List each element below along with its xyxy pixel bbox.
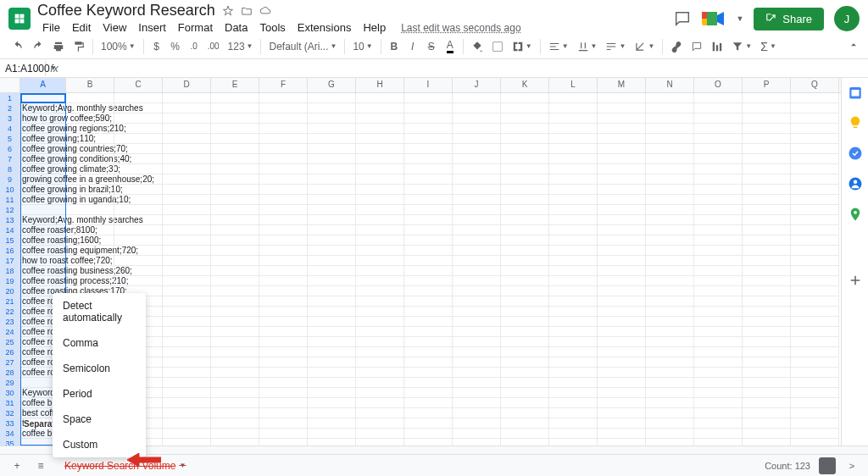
row-header[interactable]: 33	[0, 418, 20, 429]
cell[interactable]	[66, 164, 114, 174]
keep-addon-icon[interactable]	[848, 115, 863, 130]
cell[interactable]	[356, 418, 404, 429]
cell[interactable]	[743, 296, 791, 307]
cell[interactable]	[453, 317, 501, 327]
cell[interactable]	[791, 398, 839, 408]
cell[interactable]	[694, 93, 743, 103]
cell[interactable]	[501, 357, 549, 368]
row-header[interactable]: 16	[0, 246, 20, 256]
horizontal-align-button[interactable]: ▼	[545, 38, 572, 55]
cell[interactable]: coffee roasting process;210;	[20, 276, 66, 286]
cell[interactable]: coffee growing conditions;40;	[20, 154, 66, 164]
cell[interactable]	[259, 185, 308, 195]
tasks-addon-icon[interactable]	[848, 146, 863, 161]
cell[interactable]	[259, 246, 308, 256]
cell[interactable]	[114, 124, 163, 134]
cell[interactable]	[501, 429, 549, 439]
cell[interactable]	[694, 246, 743, 256]
vertical-align-button[interactable]: ▼	[574, 38, 601, 55]
cell[interactable]	[308, 368, 356, 378]
cell[interactable]	[163, 347, 211, 357]
cell[interactable]	[646, 418, 694, 429]
cell[interactable]	[694, 337, 743, 347]
row-header[interactable]: 23	[0, 317, 20, 327]
cell[interactable]	[694, 439, 743, 446]
cell[interactable]	[308, 174, 356, 185]
cell[interactable]	[501, 286, 549, 296]
cell[interactable]	[743, 368, 791, 378]
cell[interactable]	[646, 276, 694, 286]
cell[interactable]	[453, 195, 501, 205]
cell[interactable]	[308, 256, 356, 266]
functions-button[interactable]: Σ▼	[757, 37, 780, 56]
separator-option[interactable]: Comma	[53, 330, 146, 356]
cell[interactable]	[694, 408, 743, 418]
cell[interactable]	[356, 164, 404, 174]
cell[interactable]	[743, 357, 791, 368]
cell[interactable]	[501, 266, 549, 276]
row-header[interactable]: 35	[0, 439, 20, 446]
cell[interactable]	[646, 439, 694, 446]
cell[interactable]	[404, 429, 453, 439]
cell[interactable]	[501, 113, 549, 124]
cell[interactable]	[453, 215, 501, 225]
cell[interactable]	[501, 256, 549, 266]
cell[interactable]	[404, 337, 453, 347]
cell[interactable]	[598, 408, 646, 418]
row-header[interactable]: 22	[0, 307, 20, 317]
font-dropdown[interactable]: Default (Ari...▼	[265, 38, 340, 55]
cell[interactable]	[743, 144, 791, 154]
cell[interactable]	[308, 266, 356, 276]
cell[interactable]	[694, 357, 743, 368]
cell[interactable]	[646, 378, 694, 388]
cell[interactable]	[404, 266, 453, 276]
cell[interactable]	[404, 113, 453, 124]
cell[interactable]	[356, 215, 404, 225]
sheets-logo[interactable]	[8, 8, 31, 30]
contacts-addon-icon[interactable]	[848, 176, 863, 191]
merge-cells-button[interactable]: ▼	[509, 38, 536, 55]
separator-option[interactable]: Semicolon	[53, 356, 146, 381]
cell[interactable]	[404, 418, 453, 429]
cell[interactable]	[743, 398, 791, 408]
cell[interactable]	[694, 205, 743, 215]
cell[interactable]	[308, 307, 356, 317]
cell[interactable]	[791, 235, 839, 246]
cell[interactable]	[308, 439, 356, 446]
cell[interactable]	[694, 429, 743, 439]
cell[interactable]	[743, 185, 791, 195]
cell[interactable]	[694, 368, 743, 378]
cell[interactable]	[549, 93, 598, 103]
cell[interactable]	[259, 296, 308, 307]
cell[interactable]	[163, 144, 211, 154]
cell[interactable]	[646, 164, 694, 174]
cell[interactable]	[501, 378, 549, 388]
cell[interactable]	[163, 266, 211, 276]
cell[interactable]	[694, 398, 743, 408]
cell[interactable]	[114, 134, 163, 144]
cell[interactable]	[163, 164, 211, 174]
cell[interactable]	[163, 195, 211, 205]
cell[interactable]	[743, 124, 791, 134]
row-header[interactable]: 12	[0, 205, 20, 215]
cell[interactable]	[404, 103, 453, 113]
row-header[interactable]: 24	[0, 327, 20, 337]
cell[interactable]	[66, 103, 114, 113]
cell[interactable]	[66, 185, 114, 195]
cell[interactable]	[501, 235, 549, 246]
cell[interactable]	[211, 225, 259, 235]
cell[interactable]	[501, 185, 549, 195]
cell[interactable]	[163, 174, 211, 185]
cell[interactable]: coffee growing;110;	[20, 134, 66, 144]
cell[interactable]	[211, 347, 259, 357]
cell[interactable]	[356, 378, 404, 388]
cell[interactable]	[259, 286, 308, 296]
cell[interactable]	[211, 337, 259, 347]
cell[interactable]: coffee roasting business;260;	[20, 266, 66, 276]
cell[interactable]	[356, 103, 404, 113]
cell[interactable]	[501, 307, 549, 317]
cell[interactable]	[308, 205, 356, 215]
cell[interactable]	[453, 154, 501, 164]
cell[interactable]	[211, 235, 259, 246]
cell[interactable]	[549, 195, 598, 205]
